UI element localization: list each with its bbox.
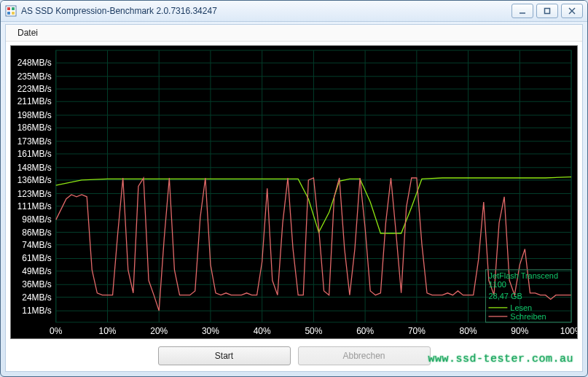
svg-text:90%: 90% <box>511 326 528 336</box>
svg-text:Schreiben: Schreiben <box>510 312 546 321</box>
svg-text:10%: 10% <box>99 326 117 336</box>
svg-text:30%: 30% <box>202 326 219 336</box>
cancel-button: Abbrechen <box>298 346 431 365</box>
svg-text:80%: 80% <box>460 326 477 336</box>
svg-text:235MB/s: 235MB/s <box>17 71 52 82</box>
app-icon <box>5 5 17 17</box>
svg-text:20%: 20% <box>150 326 168 336</box>
svg-text:111MB/s: 111MB/s <box>17 201 52 211</box>
svg-text:JetFlash Transcend: JetFlash Transcend <box>488 271 558 280</box>
svg-rect-2 <box>12 7 15 10</box>
svg-text:198MB/s: 198MB/s <box>17 110 52 120</box>
svg-text:1100: 1100 <box>488 280 506 289</box>
menubar: Datei <box>6 25 582 42</box>
window-controls <box>511 4 583 18</box>
svg-text:123MB/s: 123MB/s <box>17 188 52 198</box>
svg-text:70%: 70% <box>408 326 426 336</box>
svg-rect-1 <box>7 7 10 10</box>
minimize-button[interactable] <box>511 4 533 18</box>
window-title: AS SSD Kompression-Benchmark 2.0.7316.34… <box>21 6 511 16</box>
svg-text:223MB/s: 223MB/s <box>17 84 52 94</box>
compression-chart: 11MB/s24MB/s36MB/s49MB/s61MB/s74MB/s86MB… <box>11 46 577 338</box>
svg-text:98MB/s: 98MB/s <box>22 214 52 225</box>
client-area: Datei 11MB/s24MB/s36MB/s49MB/s61MB/s74MB… <box>5 24 583 372</box>
svg-text:211MB/s: 211MB/s <box>17 96 52 106</box>
maximize-button[interactable] <box>536 4 558 18</box>
chart-area: 11MB/s24MB/s36MB/s49MB/s61MB/s74MB/s86MB… <box>10 45 578 339</box>
menu-file[interactable]: Datei <box>12 26 44 39</box>
svg-text:61MB/s: 61MB/s <box>22 253 52 263</box>
application-window: AS SSD Kompression-Benchmark 2.0.7316.34… <box>0 0 588 377</box>
svg-text:161MB/s: 161MB/s <box>17 149 52 159</box>
svg-text:148MB/s: 148MB/s <box>17 163 52 173</box>
close-button[interactable] <box>561 4 583 18</box>
svg-text:11MB/s: 11MB/s <box>22 306 52 316</box>
start-button[interactable]: Start <box>158 346 291 365</box>
svg-text:60%: 60% <box>356 326 374 336</box>
svg-text:36MB/s: 36MB/s <box>22 279 52 289</box>
svg-text:86MB/s: 86MB/s <box>22 228 52 238</box>
svg-text:136MB/s: 136MB/s <box>17 175 52 185</box>
svg-text:24MB/s: 24MB/s <box>22 292 52 302</box>
svg-text:248MB/s: 248MB/s <box>17 58 52 68</box>
svg-text:40%: 40% <box>254 326 271 336</box>
svg-text:74MB/s: 74MB/s <box>22 240 52 250</box>
svg-rect-4 <box>12 12 15 15</box>
svg-text:Lesen: Lesen <box>510 303 532 312</box>
watermark-text: www.ssd-tester.com.au <box>428 353 573 365</box>
svg-text:50%: 50% <box>305 326 322 336</box>
svg-rect-6 <box>545 9 550 14</box>
svg-text:49MB/s: 49MB/s <box>22 266 52 276</box>
svg-text:100%: 100% <box>560 326 577 336</box>
titlebar[interactable]: AS SSD Kompression-Benchmark 2.0.7316.34… <box>1 1 587 22</box>
svg-text:28,47 GB: 28,47 GB <box>488 292 522 300</box>
svg-text:173MB/s: 173MB/s <box>17 136 52 147</box>
svg-text:0%: 0% <box>50 326 63 336</box>
svg-rect-3 <box>7 12 10 15</box>
svg-text:186MB/s: 186MB/s <box>17 123 52 133</box>
